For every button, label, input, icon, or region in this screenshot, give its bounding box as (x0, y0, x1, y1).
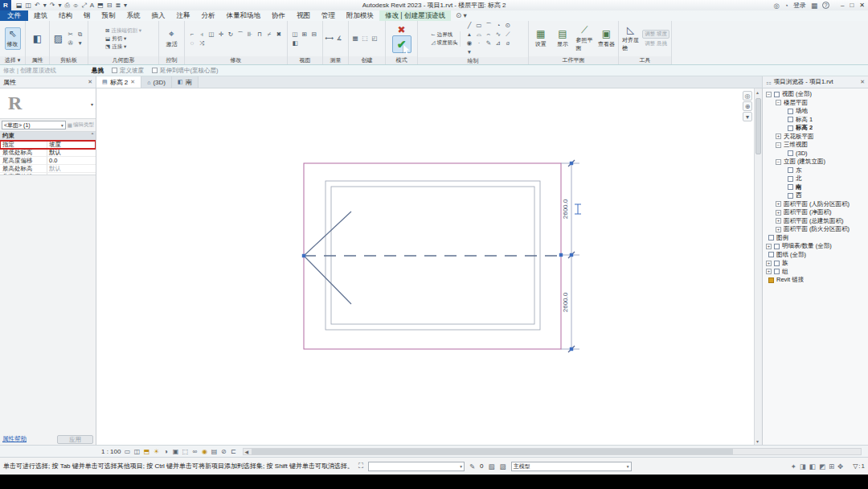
tree-expand-icon[interactable] (776, 210, 781, 216)
modify-tool-icon[interactable]: ⫞ (198, 31, 207, 39)
view-tab-close-icon[interactable]: ✕ (130, 79, 135, 85)
property-value[interactable]: 0.0 (47, 157, 96, 164)
browser-tree-item[interactable]: 东 (763, 166, 868, 175)
tree-expand-icon[interactable] (766, 261, 772, 266)
tree-item-label[interactable]: 北 (796, 175, 802, 183)
browser-tree-item[interactable]: 组 (763, 268, 868, 277)
text-icon[interactable]: A (90, 0, 94, 10)
cancel-edit-mode-icon[interactable]: ✖ (397, 25, 405, 35)
browser-tree-item[interactable]: 楼层平面 (763, 99, 868, 108)
tab-systems[interactable]: 系统 (121, 10, 146, 21)
print-icon[interactable]: ⎙ (65, 0, 70, 10)
panel-view-label[interactable]: 视图 (288, 56, 322, 64)
visual-style-icon[interactable]: ⬒ (142, 448, 150, 455)
browser-tree-item[interactable]: 面积平面 (人防分区面积) (763, 200, 868, 209)
browser-tree-item[interactable]: (3D) (763, 150, 868, 158)
scroll-up-icon[interactable]: ▴ (756, 89, 759, 95)
panel-draw-label[interactable]: 绘制 (418, 57, 528, 64)
tree-item-label[interactable]: 组 (782, 268, 788, 276)
temporary-hide-icon[interactable]: ∞ (190, 448, 199, 455)
geometry-tool[interactable]: ⊠连接端切割 ▾ (105, 27, 141, 35)
measure-tool-icon[interactable]: ∡ (335, 35, 344, 43)
tab-analyze[interactable]: 分析 (196, 10, 221, 21)
hide-analytical-icon[interactable]: ⊘ (219, 448, 227, 455)
tree-item-label[interactable]: (3D) (796, 150, 808, 157)
modify-tool-icon[interactable]: ⌐ (188, 31, 197, 39)
show-crop-icon[interactable]: ⬚ (181, 448, 189, 455)
view-tab-3d[interactable]: ⌂ (3D) (141, 76, 172, 88)
tree-item-label[interactable]: 面积平面 (总建筑面积) (784, 217, 844, 225)
sign-in-label[interactable]: 登录 (793, 1, 806, 10)
thin-lines-icon[interactable]: ≣ (115, 0, 121, 10)
browser-tree-item[interactable]: 面积平面 (防火分区面积) (763, 225, 868, 234)
show-workplane-button[interactable]: ▤显示 (552, 28, 572, 49)
finish-edit-mode-button[interactable]: ✔ (392, 35, 411, 53)
tree-expand-icon[interactable] (776, 100, 781, 105)
panel-tools-label[interactable]: 工具 (619, 56, 671, 64)
section-icon[interactable]: ⊟ (107, 0, 113, 10)
browser-tree-item[interactable]: 族 (763, 259, 868, 268)
account-icon[interactable]: ◔ (784, 2, 788, 10)
modify-tool-icon[interactable]: ◌ (188, 39, 197, 47)
browser-tree-item[interactable]: 三维视图 (763, 141, 868, 150)
adjust-overhang-button[interactable]: 调整 悬挑 (642, 40, 669, 47)
tree-expand-icon[interactable] (766, 92, 772, 97)
design-option-dropdown[interactable]: 主模型▾ (511, 462, 632, 471)
panel-modify-label[interactable]: 修改 (185, 56, 287, 64)
tab-steel[interactable]: 钢 (78, 10, 96, 21)
zoom-icon[interactable]: ⊕ (743, 101, 752, 111)
property-value[interactable]: 默认 (47, 149, 96, 156)
tree-item-label[interactable]: 东 (796, 166, 802, 175)
selection-filter[interactable]: ▽:1 (853, 462, 865, 470)
modify-tool-icon[interactable]: ✛ (217, 31, 226, 39)
draw-tool-icon[interactable]: ∿ (493, 31, 502, 39)
tree-item-label[interactable]: 场地 (796, 107, 808, 115)
tab-modify-create-roof-footprint[interactable]: 修改 | 创建屋顶迹线 (379, 10, 451, 21)
panel-properties-label[interactable]: 属性 (26, 56, 49, 64)
app-menu-button[interactable]: R (0, 0, 11, 10)
ribbon-display-toggle-icon[interactable]: ⊙ ▾ (451, 10, 472, 21)
open-icon[interactable]: ⬓ (16, 0, 23, 10)
browser-tree-item[interactable]: 面积平面 (总建筑面积) (763, 217, 868, 226)
tree-item-label[interactable]: 立面 (建筑立面) (784, 158, 825, 166)
select-links-icon[interactable]: ◨ (800, 462, 806, 471)
tree-expand-icon[interactable] (776, 134, 781, 139)
search-icon[interactable]: ◎ (773, 2, 779, 10)
dimension-text-upper[interactable]: 2600.0 (562, 199, 569, 219)
panel-mode-label[interactable]: 模式 (386, 56, 417, 64)
browser-tree-item[interactable]: 视图 (全部) (763, 90, 868, 99)
apply-button[interactable]: 应用 (57, 435, 93, 444)
undo-dropdown-icon[interactable]: ▾ (43, 0, 47, 10)
vertical-scrollbar[interactable]: ▴ ▾ (754, 88, 762, 445)
tree-item-label[interactable]: 明细表/数量 (全部) (782, 242, 832, 250)
view-tab-south[interactable]: ◧ 南 (172, 76, 199, 88)
tree-item-label[interactable]: 南 (796, 183, 802, 191)
crop-view-icon[interactable]: ▣ (171, 448, 179, 455)
browser-close-icon[interactable]: ✕ (860, 79, 865, 85)
undo-icon[interactable]: ↶ (35, 0, 40, 10)
browser-tree-item[interactable]: 标高 2 (763, 124, 868, 133)
project-browser-header[interactable]: ⚏ 项目浏览器 - 项目1.rvt ✕ (762, 76, 868, 88)
nav-dropdown-icon[interactable]: ▾ (743, 112, 752, 121)
scale-icon[interactable]: ▭ (123, 448, 131, 455)
redo-icon[interactable]: ↷ (50, 0, 55, 10)
match-type-icon[interactable]: ✇ (66, 39, 75, 47)
draw-tool-icon[interactable]: ⌓ (474, 31, 483, 39)
tree-item-label[interactable]: 楼层平面 (784, 99, 808, 107)
paste-dropdown-icon[interactable]: ▾ (76, 39, 84, 47)
modify-tool-icon[interactable]: ⌒ (236, 31, 245, 39)
browser-tree-item[interactable]: 场地 (763, 107, 868, 116)
adjust-slope-button[interactable]: 调整 坡度 (642, 30, 669, 39)
tab-insert[interactable]: 插入 (146, 10, 171, 21)
draw-tool-icon[interactable]: ╱ (465, 22, 473, 30)
tab-collaborate[interactable]: 协作 (266, 10, 291, 21)
tab-precast[interactable]: 预制 (96, 10, 121, 21)
slope-arrow-head[interactable] (304, 212, 351, 304)
modify-tool-icon[interactable]: ⌿ (265, 31, 274, 39)
modify-tool-icon[interactable]: ⊓ (256, 31, 264, 39)
draw-tool-icon[interactable]: · (474, 39, 483, 47)
tree-item-label[interactable]: 面积平面 (净面积) (784, 208, 832, 216)
browser-tree-item[interactable]: 天花板平面 (763, 133, 868, 142)
browser-tree-item[interactable]: 西 (763, 191, 868, 200)
tree-item-label[interactable]: Revit 链接 (776, 276, 804, 284)
